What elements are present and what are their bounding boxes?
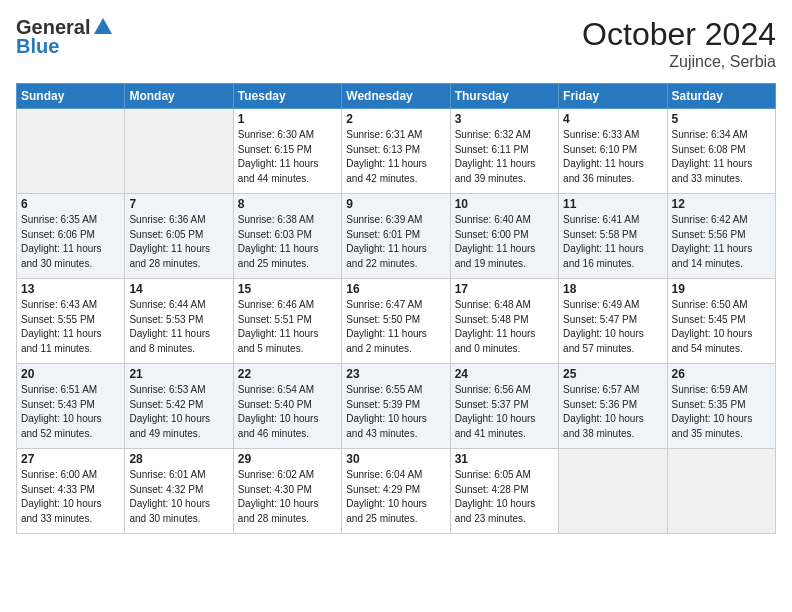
day-number: 29 [238,452,337,466]
calendar-cell: 14Sunrise: 6:44 AM Sunset: 5:53 PM Dayli… [125,279,233,364]
calendar-cell: 6Sunrise: 6:35 AM Sunset: 6:06 PM Daylig… [17,194,125,279]
day-number: 4 [563,112,662,126]
day-number: 15 [238,282,337,296]
calendar-cell: 25Sunrise: 6:57 AM Sunset: 5:36 PM Dayli… [559,364,667,449]
day-number: 30 [346,452,445,466]
calendar-cell: 8Sunrise: 6:38 AM Sunset: 6:03 PM Daylig… [233,194,341,279]
day-number: 24 [455,367,554,381]
day-info: Sunrise: 6:35 AM Sunset: 6:06 PM Dayligh… [21,213,120,271]
month-title: October 2024 [582,16,776,53]
calendar-cell: 11Sunrise: 6:41 AM Sunset: 5:58 PM Dayli… [559,194,667,279]
day-info: Sunrise: 6:42 AM Sunset: 5:56 PM Dayligh… [672,213,771,271]
day-info: Sunrise: 6:43 AM Sunset: 5:55 PM Dayligh… [21,298,120,356]
day-info: Sunrise: 6:36 AM Sunset: 6:05 PM Dayligh… [129,213,228,271]
day-info: Sunrise: 6:55 AM Sunset: 5:39 PM Dayligh… [346,383,445,441]
logo-blue: Blue [16,35,59,58]
calendar-cell: 9Sunrise: 6:39 AM Sunset: 6:01 PM Daylig… [342,194,450,279]
day-info: Sunrise: 6:44 AM Sunset: 5:53 PM Dayligh… [129,298,228,356]
day-info: Sunrise: 6:59 AM Sunset: 5:35 PM Dayligh… [672,383,771,441]
day-number: 26 [672,367,771,381]
day-info: Sunrise: 6:50 AM Sunset: 5:45 PM Dayligh… [672,298,771,356]
day-info: Sunrise: 6:39 AM Sunset: 6:01 PM Dayligh… [346,213,445,271]
day-number: 5 [672,112,771,126]
day-number: 7 [129,197,228,211]
calendar-body: 1Sunrise: 6:30 AM Sunset: 6:15 PM Daylig… [17,109,776,534]
weekday-header-friday: Friday [559,84,667,109]
calendar-cell: 15Sunrise: 6:46 AM Sunset: 5:51 PM Dayli… [233,279,341,364]
day-info: Sunrise: 6:57 AM Sunset: 5:36 PM Dayligh… [563,383,662,441]
calendar-cell: 10Sunrise: 6:40 AM Sunset: 6:00 PM Dayli… [450,194,558,279]
calendar-cell: 28Sunrise: 6:01 AM Sunset: 4:32 PM Dayli… [125,449,233,534]
location: Zujince, Serbia [582,53,776,71]
calendar-cell: 19Sunrise: 6:50 AM Sunset: 5:45 PM Dayli… [667,279,775,364]
calendar-cell: 13Sunrise: 6:43 AM Sunset: 5:55 PM Dayli… [17,279,125,364]
day-number: 22 [238,367,337,381]
day-info: Sunrise: 6:47 AM Sunset: 5:50 PM Dayligh… [346,298,445,356]
day-number: 21 [129,367,228,381]
day-info: Sunrise: 6:32 AM Sunset: 6:11 PM Dayligh… [455,128,554,186]
calendar-cell: 16Sunrise: 6:47 AM Sunset: 5:50 PM Dayli… [342,279,450,364]
day-number: 31 [455,452,554,466]
calendar-cell: 27Sunrise: 6:00 AM Sunset: 4:33 PM Dayli… [17,449,125,534]
day-number: 20 [21,367,120,381]
empty-cell [559,449,667,534]
logo-icon [92,16,114,38]
calendar-week-row: 20Sunrise: 6:51 AM Sunset: 5:43 PM Dayli… [17,364,776,449]
day-info: Sunrise: 6:01 AM Sunset: 4:32 PM Dayligh… [129,468,228,526]
day-info: Sunrise: 6:40 AM Sunset: 6:00 PM Dayligh… [455,213,554,271]
weekday-header-thursday: Thursday [450,84,558,109]
weekday-header-wednesday: Wednesday [342,84,450,109]
day-number: 2 [346,112,445,126]
calendar-table: SundayMondayTuesdayWednesdayThursdayFrid… [16,83,776,534]
calendar-cell: 12Sunrise: 6:42 AM Sunset: 5:56 PM Dayli… [667,194,775,279]
calendar-cell: 1Sunrise: 6:30 AM Sunset: 6:15 PM Daylig… [233,109,341,194]
calendar-week-row: 27Sunrise: 6:00 AM Sunset: 4:33 PM Dayli… [17,449,776,534]
day-info: Sunrise: 6:30 AM Sunset: 6:15 PM Dayligh… [238,128,337,186]
day-number: 27 [21,452,120,466]
calendar-header-row: SundayMondayTuesdayWednesdayThursdayFrid… [17,84,776,109]
day-number: 25 [563,367,662,381]
calendar-cell: 2Sunrise: 6:31 AM Sunset: 6:13 PM Daylig… [342,109,450,194]
day-number: 16 [346,282,445,296]
calendar-cell: 23Sunrise: 6:55 AM Sunset: 5:39 PM Dayli… [342,364,450,449]
calendar-cell: 24Sunrise: 6:56 AM Sunset: 5:37 PM Dayli… [450,364,558,449]
calendar-week-row: 13Sunrise: 6:43 AM Sunset: 5:55 PM Dayli… [17,279,776,364]
empty-cell [17,109,125,194]
day-number: 6 [21,197,120,211]
day-number: 9 [346,197,445,211]
day-number: 17 [455,282,554,296]
day-info: Sunrise: 6:38 AM Sunset: 6:03 PM Dayligh… [238,213,337,271]
empty-cell [125,109,233,194]
calendar-cell: 22Sunrise: 6:54 AM Sunset: 5:40 PM Dayli… [233,364,341,449]
day-info: Sunrise: 6:34 AM Sunset: 6:08 PM Dayligh… [672,128,771,186]
day-info: Sunrise: 6:51 AM Sunset: 5:43 PM Dayligh… [21,383,120,441]
day-info: Sunrise: 6:56 AM Sunset: 5:37 PM Dayligh… [455,383,554,441]
page-header: General Blue October 2024 Zujince, Serbi… [16,16,776,71]
day-number: 14 [129,282,228,296]
day-info: Sunrise: 6:46 AM Sunset: 5:51 PM Dayligh… [238,298,337,356]
calendar-cell: 31Sunrise: 6:05 AM Sunset: 4:28 PM Dayli… [450,449,558,534]
day-number: 13 [21,282,120,296]
weekday-header-sunday: Sunday [17,84,125,109]
calendar-cell: 20Sunrise: 6:51 AM Sunset: 5:43 PM Dayli… [17,364,125,449]
day-info: Sunrise: 6:53 AM Sunset: 5:42 PM Dayligh… [129,383,228,441]
day-info: Sunrise: 6:31 AM Sunset: 6:13 PM Dayligh… [346,128,445,186]
calendar-cell: 29Sunrise: 6:02 AM Sunset: 4:30 PM Dayli… [233,449,341,534]
weekday-header-saturday: Saturday [667,84,775,109]
calendar-week-row: 6Sunrise: 6:35 AM Sunset: 6:06 PM Daylig… [17,194,776,279]
day-info: Sunrise: 6:41 AM Sunset: 5:58 PM Dayligh… [563,213,662,271]
day-number: 18 [563,282,662,296]
day-info: Sunrise: 6:00 AM Sunset: 4:33 PM Dayligh… [21,468,120,526]
calendar-cell: 21Sunrise: 6:53 AM Sunset: 5:42 PM Dayli… [125,364,233,449]
day-info: Sunrise: 6:02 AM Sunset: 4:30 PM Dayligh… [238,468,337,526]
calendar-cell: 5Sunrise: 6:34 AM Sunset: 6:08 PM Daylig… [667,109,775,194]
day-info: Sunrise: 6:48 AM Sunset: 5:48 PM Dayligh… [455,298,554,356]
calendar-cell: 17Sunrise: 6:48 AM Sunset: 5:48 PM Dayli… [450,279,558,364]
day-number: 23 [346,367,445,381]
title-area: October 2024 Zujince, Serbia [582,16,776,71]
day-number: 12 [672,197,771,211]
calendar-cell: 18Sunrise: 6:49 AM Sunset: 5:47 PM Dayli… [559,279,667,364]
calendar-cell: 26Sunrise: 6:59 AM Sunset: 5:35 PM Dayli… [667,364,775,449]
day-number: 3 [455,112,554,126]
weekday-header-monday: Monday [125,84,233,109]
